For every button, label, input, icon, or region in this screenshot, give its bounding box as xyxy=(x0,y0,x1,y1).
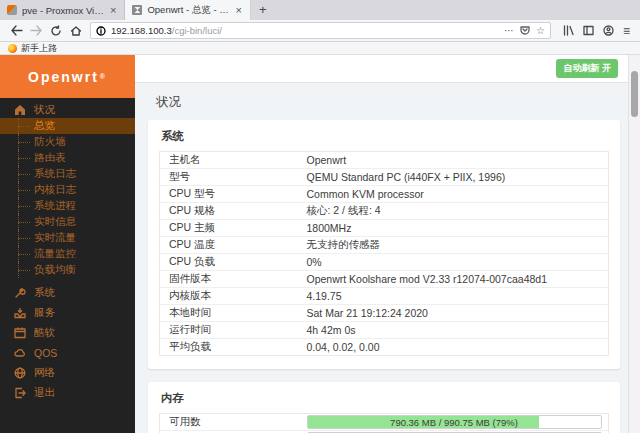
table-row: 固件版本Openwrt Koolshare mod V2.33 r12074-0… xyxy=(160,271,609,288)
page-title: 状况 xyxy=(148,94,620,111)
table-row: CPU 型号Common KVM processor xyxy=(160,186,609,203)
table-row: 可用数 790.36 MB / 990.75 MB (79%) xyxy=(160,414,609,431)
tree-line xyxy=(18,126,30,127)
table-row: 型号QEMU Standard PC (i440FX + PIIX, 1996) xyxy=(160,169,609,186)
sidebar-item-kernel-log[interactable]: 内核日志 xyxy=(0,182,135,198)
back-button[interactable] xyxy=(6,22,26,40)
scrollbar-thumb[interactable] xyxy=(631,71,638,117)
main-content: 自动刷新 开 状况 系统 主机名Openwrt 型号QEMU Standard … xyxy=(135,55,640,433)
sidebar-item-system-log[interactable]: 系统日志 xyxy=(0,166,135,182)
sidebar-item-services[interactable]: 服务 xyxy=(0,303,135,323)
auto-refresh-toggle[interactable]: 自动刷新 开 xyxy=(556,59,618,78)
system-card: 系统 主机名Openwrt 型号QEMU Standard PC (i440FX… xyxy=(148,120,620,369)
bookmark-item[interactable]: 新手上路 xyxy=(21,42,57,55)
luci-favicon xyxy=(132,5,142,15)
cloud-icon xyxy=(14,347,26,359)
forward-button[interactable] xyxy=(26,22,46,40)
services-icon xyxy=(14,307,26,319)
globe-icon xyxy=(14,367,26,379)
memory-section-title: 内存 xyxy=(159,391,609,406)
sidebar-item-overview[interactable]: 总览 xyxy=(0,118,135,134)
sidebar-item-network[interactable]: 网络 xyxy=(0,363,135,383)
table-row: CPU 主频1800MHz xyxy=(160,220,609,237)
menu-icon[interactable]: ≡ xyxy=(623,24,630,38)
content-header: 自动刷新 开 xyxy=(135,55,640,83)
sidebar-item-processes[interactable]: 系统进程 xyxy=(0,198,135,214)
system-section-title: 系统 xyxy=(159,129,609,144)
reload-button[interactable] xyxy=(46,22,66,40)
page-actions-icon[interactable]: ⋯ xyxy=(504,25,514,36)
table-row: CPU 规格核心: 2 / 线程: 4 xyxy=(160,203,609,220)
openwrt-logo: Openwrt® xyxy=(0,55,135,98)
tab-title: Openwrt - 总览 - LuCI xyxy=(147,4,229,17)
tab-close-icon[interactable]: × xyxy=(109,4,117,16)
table-row: 平均负载0.04, 0.02, 0.00 xyxy=(160,339,609,356)
table-row: 主机名Openwrt xyxy=(160,152,609,169)
sidebar-item-traffic-monitor[interactable]: 流量监控 xyxy=(0,246,135,262)
tools-icon xyxy=(14,287,26,299)
memory-available-bar: 790.36 MB / 990.75 MB (79%) xyxy=(307,415,602,429)
firefox-bookmark-icon xyxy=(8,44,17,53)
table-row: 本地时间Sat Mar 21 19:12:24 2020 xyxy=(160,305,609,322)
memory-table: 可用数 790.36 MB / 990.75 MB (79%) 空闲数 xyxy=(159,413,609,433)
table-row: 运行时间4h 42m 0s xyxy=(160,322,609,339)
library-icon[interactable] xyxy=(563,22,574,40)
home-button[interactable] xyxy=(66,22,86,40)
sidebar-menu: 状况 总览 防火墙 路由表 系统日志 内核日志 系统进程 实时信息 实时流量 流… xyxy=(0,98,135,403)
url-host: 192.168.100.3 xyxy=(111,25,172,36)
logo-mark: ® xyxy=(100,73,107,80)
sidebar-item-realtime-traffic[interactable]: 实时流量 xyxy=(0,230,135,246)
site-info-icon[interactable] xyxy=(96,22,106,40)
account-icon[interactable] xyxy=(603,22,614,40)
page-scrollbar[interactable] xyxy=(628,55,640,433)
navigation-toolbar: 192.168.100.3/cgi-bin/luci/ ⋯ ☆ ≡ xyxy=(0,20,640,42)
sidebar-item-load-balance[interactable]: 负载均衡 xyxy=(0,262,135,278)
new-tab-button[interactable]: + xyxy=(251,0,275,20)
url-path: /cgi-bin/luci/ xyxy=(172,25,222,36)
browser-tab-luci[interactable]: Openwrt - 总览 - LuCI × xyxy=(125,0,250,20)
tab-close-icon[interactable]: × xyxy=(234,4,242,16)
browser-tab-proxmox[interactable]: pve - Proxmox Virtual Envi × xyxy=(0,0,125,20)
home-icon xyxy=(14,104,26,116)
table-row: CPU 温度无支持的传感器 xyxy=(160,237,609,254)
table-row: CPU 负载0% xyxy=(160,254,609,271)
sidebar-item-system[interactable]: 系统 xyxy=(0,283,135,303)
logo-text: Openwrt xyxy=(28,69,99,85)
proxmox-favicon xyxy=(7,5,17,15)
tab-title: pve - Proxmox Virtual Envi xyxy=(22,5,104,16)
sidebar-item-routes[interactable]: 路由表 xyxy=(0,150,135,166)
bookmark-star-icon[interactable]: ☆ xyxy=(536,25,545,36)
sidebar: Openwrt® 状况 总览 防火墙 路由表 系统日志 内核日志 系统进程 实时… xyxy=(0,55,135,433)
pocket-icon[interactable] xyxy=(520,25,530,37)
progress-label: 790.36 MB / 990.75 MB (79%) xyxy=(308,416,601,428)
apps-icon xyxy=(14,327,26,339)
sidebar-item-qos[interactable]: QOS xyxy=(0,343,135,363)
sidebar-item-label: 状况 xyxy=(34,103,55,117)
sidebar-item-realtime-info[interactable]: 实时信息 xyxy=(0,214,135,230)
memory-card: 内存 可用数 790.36 MB / 990.75 MB (79%) 空闲数 xyxy=(148,382,620,433)
system-table: 主机名Openwrt 型号QEMU Standard PC (i440FX + … xyxy=(159,151,609,356)
url-bar[interactable]: 192.168.100.3/cgi-bin/luci/ ⋯ ☆ xyxy=(90,22,551,39)
tab-bar: pve - Proxmox Virtual Envi × Openwrt - 总… xyxy=(0,0,640,20)
bookmarks-bar: 新手上路 xyxy=(0,42,640,55)
sidebar-item-logout[interactable]: 退出 xyxy=(0,383,135,403)
sidebar-toggle-icon[interactable] xyxy=(583,22,594,40)
sidebar-item-status[interactable]: 状况 xyxy=(0,101,135,118)
table-row: 内核版本4.19.75 xyxy=(160,288,609,305)
url-text[interactable]: 192.168.100.3/cgi-bin/luci/ xyxy=(111,25,499,36)
sidebar-item-koolshare[interactable]: 酷软 xyxy=(0,323,135,343)
sidebar-item-firewall[interactable]: 防火墙 xyxy=(0,134,135,150)
logout-icon xyxy=(14,387,26,399)
